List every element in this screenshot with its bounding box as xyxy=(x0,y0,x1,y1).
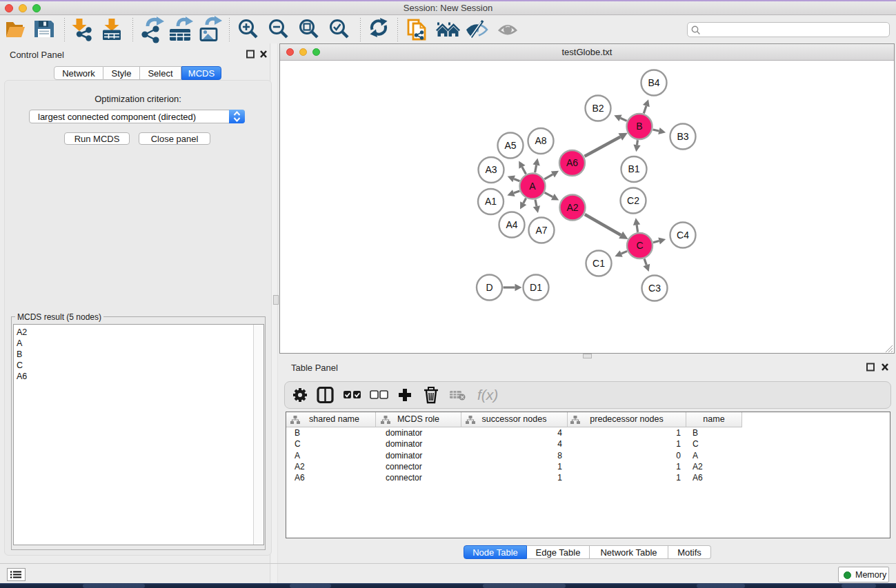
svg-text:C4: C4 xyxy=(677,230,689,241)
svg-text:A3: A3 xyxy=(485,164,497,175)
svg-text:A2: A2 xyxy=(566,202,578,213)
svg-text:A6: A6 xyxy=(566,157,578,168)
svg-text:D: D xyxy=(486,282,492,293)
svg-text:B2: B2 xyxy=(592,103,604,114)
svg-text:A7: A7 xyxy=(535,225,547,236)
svg-text:B3: B3 xyxy=(677,131,688,142)
svg-text:A5: A5 xyxy=(504,140,516,151)
svg-text:C3: C3 xyxy=(648,283,661,294)
svg-text:C2: C2 xyxy=(627,195,639,206)
svg-text:C1: C1 xyxy=(593,258,605,269)
svg-text:B1: B1 xyxy=(628,163,639,174)
svg-text:C: C xyxy=(636,240,643,251)
svg-text:A8: A8 xyxy=(535,135,546,146)
svg-text:f(x): f(x) xyxy=(477,387,498,403)
svg-text:A: A xyxy=(529,181,536,192)
svg-text:A4: A4 xyxy=(506,219,517,230)
svg-text:D1: D1 xyxy=(530,282,542,293)
svg-text:B4: B4 xyxy=(648,77,659,88)
svg-text:A1: A1 xyxy=(485,196,497,207)
svg-text:B: B xyxy=(636,121,642,132)
